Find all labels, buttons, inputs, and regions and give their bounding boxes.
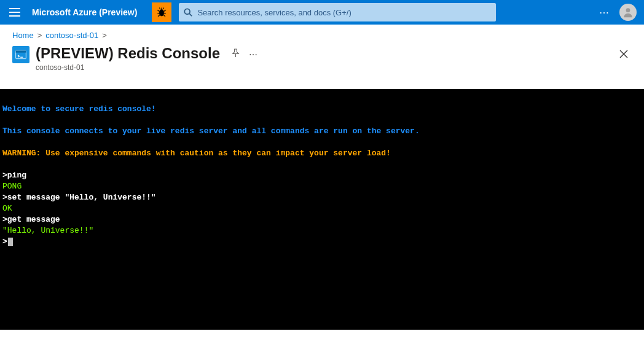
svg-rect-0 (9, 8, 20, 9)
svg-line-10 (163, 15, 165, 17)
console-output: "Hello, Universe!!" (2, 226, 93, 235)
chevron-right-icon: > (102, 31, 107, 40)
svg-point-3 (160, 10, 165, 17)
cursor-icon (8, 238, 13, 246)
search-icon (184, 8, 192, 17)
console-output: OK (2, 204, 12, 213)
svg-line-6 (164, 10, 166, 11)
pin-icon[interactable] (231, 49, 240, 60)
svg-line-12 (163, 8, 165, 9)
search-input[interactable] (197, 8, 491, 17)
svg-point-13 (185, 9, 190, 14)
redis-console[interactable]: Welcome to secure redis console! This co… (0, 89, 644, 330)
breadcrumb: Home > contoso-std-01 > (0, 25, 644, 42)
svg-rect-17 (16, 50, 26, 52)
hamburger-menu-icon[interactable] (0, 0, 29, 25)
search-box[interactable] (179, 3, 496, 21)
breadcrumb-resource[interactable]: contoso-std-01 (45, 31, 98, 40)
breadcrumb-home[interactable]: Home (12, 31, 34, 40)
svg-line-9 (158, 15, 160, 17)
title-more-icon[interactable]: ⋯ (249, 50, 259, 60)
user-avatar[interactable] (619, 4, 637, 21)
title-row: (PREVIEW) Redis Console contoso-std-01 ⋯ (0, 42, 644, 72)
svg-rect-2 (9, 15, 20, 17)
header-more-icon[interactable]: ⋯ (592, 7, 617, 18)
console-prompt[interactable]: > (2, 237, 7, 246)
console-command: >ping (2, 171, 26, 180)
search-container (179, 3, 496, 21)
console-command: >get message (2, 215, 60, 224)
preview-bug-icon[interactable] (152, 2, 171, 22)
svg-rect-1 (9, 12, 20, 13)
console-info: This console connects to your live redis… (2, 126, 420, 136)
page-title: (PREVIEW) Redis Console (36, 45, 220, 62)
chevron-right-icon: > (37, 31, 42, 40)
console-command: >set message "Hello, Universe!!" (2, 193, 156, 202)
svg-line-14 (190, 14, 192, 16)
console-welcome: Welcome to secure redis console! (2, 104, 156, 114)
svg-line-11 (160, 8, 161, 9)
console-warning: WARNING: Use expensive commands with cau… (2, 149, 391, 158)
console-output: PONG (2, 182, 22, 191)
svg-line-5 (158, 10, 160, 11)
console-icon (12, 46, 29, 63)
product-name[interactable]: Microsoft Azure (Preview) (29, 7, 147, 17)
top-bar: Microsoft Azure (Preview) ⋯ (0, 0, 644, 25)
close-button[interactable] (616, 46, 632, 64)
svg-point-15 (626, 8, 630, 12)
page-subtitle: contoso-std-01 (36, 63, 220, 72)
